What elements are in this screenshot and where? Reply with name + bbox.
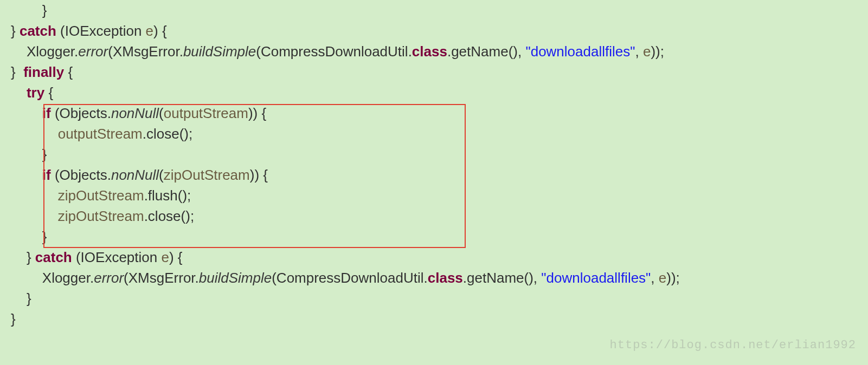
code-text: .close(); bbox=[143, 126, 192, 142]
keyword-finally: finally bbox=[23, 64, 64, 80]
code-line: outputStream.close(); bbox=[0, 123, 868, 144]
code-line: zipOutStream.close(); bbox=[0, 206, 868, 226]
code-text: (Objects. bbox=[51, 167, 111, 183]
code-text: .close(); bbox=[144, 208, 194, 224]
code-line: try { bbox=[0, 82, 868, 103]
keyword-if: if bbox=[42, 167, 51, 183]
code-line: } bbox=[0, 288, 868, 309]
code-text: (Objects. bbox=[51, 105, 111, 121]
method-buildsimple: buildSimple bbox=[183, 43, 256, 60]
code-text: , bbox=[651, 270, 658, 286]
local-var-zipoutstream: zipOutStream bbox=[58, 208, 144, 224]
code-line: } catch (IOException e) { bbox=[0, 247, 868, 268]
watermark-text: https://blog.csdn.net/erlian1992 bbox=[610, 338, 856, 352]
local-var-zipoutstream: zipOutStream bbox=[164, 167, 250, 183]
code-text: } bbox=[11, 146, 47, 162]
code-line: if (Objects.nonNull(zipOutStream)) { bbox=[0, 165, 868, 185]
keyword-try: try bbox=[27, 84, 44, 101]
string-literal: "downloadallfiles" bbox=[541, 270, 651, 286]
code-text: ) { bbox=[153, 23, 167, 39]
code-text: Xlogger. bbox=[11, 270, 94, 286]
local-var: e bbox=[161, 249, 169, 265]
code-text: } bbox=[11, 23, 20, 39]
method-error: error bbox=[78, 43, 108, 60]
code-snippet-container: } } catch (IOException e) { Xlogger.erro… bbox=[0, 0, 868, 365]
method-nonnull: nonNull bbox=[111, 167, 159, 183]
local-var-zipoutstream: zipOutStream bbox=[58, 187, 144, 204]
code-line: } bbox=[0, 0, 868, 21]
code-line: } catch (IOException e) { bbox=[0, 21, 868, 41]
code-text: )) { bbox=[250, 167, 268, 183]
code-text bbox=[11, 187, 58, 204]
string-literal: "downloadallfiles" bbox=[525, 43, 635, 60]
code-line: } bbox=[0, 226, 868, 247]
code-text bbox=[11, 126, 58, 142]
code-text: ( bbox=[159, 105, 164, 121]
code-text: .getName(), bbox=[463, 270, 542, 286]
code-text bbox=[11, 208, 58, 224]
keyword-class: class bbox=[412, 43, 447, 60]
local-var-outputstream: outputStream bbox=[58, 126, 143, 142]
code-text: )); bbox=[666, 270, 680, 286]
code-text: { bbox=[64, 64, 73, 80]
code-text: ) { bbox=[169, 249, 183, 265]
code-text: } bbox=[11, 229, 47, 245]
code-text: , bbox=[635, 43, 642, 60]
keyword-catch: catch bbox=[35, 249, 72, 265]
keyword-catch: catch bbox=[20, 23, 56, 39]
code-text: } bbox=[11, 290, 31, 307]
code-text: )); bbox=[651, 43, 664, 60]
keyword-if: if bbox=[42, 105, 51, 121]
code-text: } bbox=[11, 311, 16, 327]
code-text: (CompressDownloadUtil. bbox=[272, 270, 428, 286]
code-line: } finally { bbox=[0, 62, 868, 82]
code-line: Xlogger.error(XMsgError.buildSimple(Comp… bbox=[0, 268, 868, 288]
method-nonnull: nonNull bbox=[111, 105, 159, 121]
code-text: } bbox=[11, 64, 23, 80]
code-text bbox=[11, 84, 27, 101]
code-line: } bbox=[0, 144, 868, 165]
local-var-outputstream: outputStream bbox=[164, 105, 248, 121]
code-text: )) { bbox=[248, 105, 266, 121]
local-var: e bbox=[146, 23, 153, 39]
code-text: } bbox=[11, 2, 47, 18]
code-text: (IOException bbox=[72, 249, 162, 265]
code-text: Xlogger. bbox=[11, 43, 78, 60]
local-var: e bbox=[643, 43, 651, 60]
code-line: } bbox=[0, 309, 868, 329]
local-var: e bbox=[659, 270, 666, 286]
code-text: { bbox=[44, 84, 53, 101]
code-text: (XMsgError. bbox=[124, 270, 199, 286]
code-text: (IOException bbox=[56, 23, 146, 39]
code-text bbox=[11, 167, 42, 183]
method-error: error bbox=[94, 270, 124, 286]
code-text: (CompressDownloadUtil. bbox=[256, 43, 412, 60]
code-text: ( bbox=[159, 167, 164, 183]
code-text bbox=[11, 105, 42, 121]
code-text: (XMsgError. bbox=[108, 43, 183, 60]
code-line: if (Objects.nonNull(outputStream)) { bbox=[0, 103, 868, 123]
code-line: zipOutStream.flush(); bbox=[0, 185, 868, 206]
code-line: Xlogger.error(XMsgError.buildSimple(Comp… bbox=[0, 41, 868, 62]
code-text: .getName(), bbox=[447, 43, 526, 60]
keyword-class: class bbox=[428, 270, 463, 286]
code-text: } bbox=[11, 249, 35, 265]
code-text: .flush(); bbox=[144, 187, 191, 204]
method-buildsimple: buildSimple bbox=[199, 270, 272, 286]
